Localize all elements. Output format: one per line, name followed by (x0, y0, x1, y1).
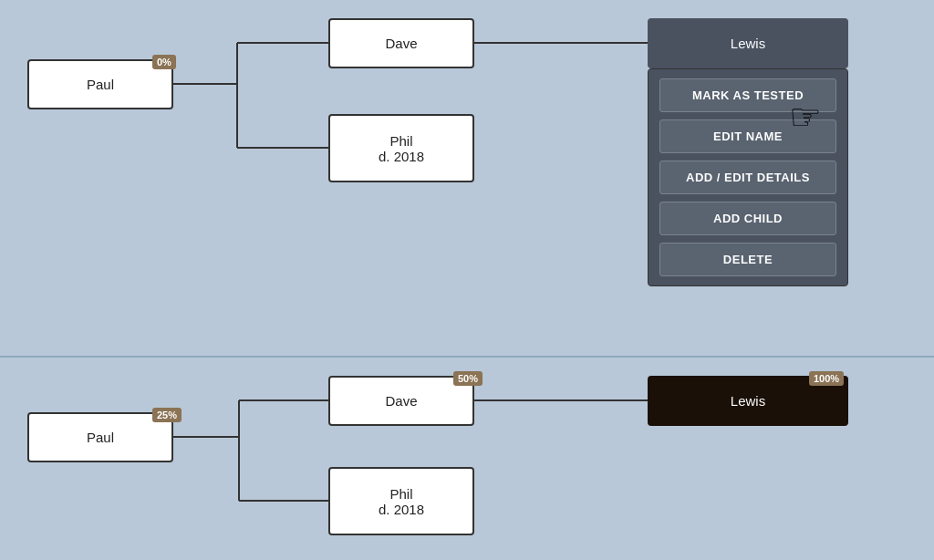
menu-mark-as-tested[interactable]: MARK AS TESTED (659, 78, 836, 112)
top-section: Paul Dave Phild. 2018 Lewis 0% MARK AS T… (0, 0, 934, 356)
badge-paul-top: 0% (152, 55, 176, 69)
menu-add-edit-details[interactable]: ADD / EDIT DETAILS (659, 161, 836, 194)
context-menu: MARK AS TESTED EDIT NAME ADD / EDIT DETA… (648, 68, 848, 286)
badge-lewis-bottom: 100% (809, 371, 844, 386)
menu-add-child[interactable]: ADD CHILD (659, 202, 836, 235)
node-paul-top[interactable]: Paul (27, 59, 173, 109)
node-phil-bottom[interactable]: Phild. 2018 (328, 467, 474, 535)
menu-edit-name[interactable]: EDIT NAME (659, 119, 836, 153)
bottom-section: Paul Dave Phild. 2018 Lewis 25% 50% 100% (0, 358, 934, 560)
node-phil-top[interactable]: Phild. 2018 (328, 114, 474, 182)
badge-paul-bottom: 25% (152, 408, 182, 422)
node-dave-top[interactable]: Dave (328, 18, 474, 68)
node-lewis-top[interactable]: Lewis (648, 18, 848, 68)
node-dave-bottom[interactable]: Dave (328, 376, 474, 426)
node-paul-bottom[interactable]: Paul (27, 412, 173, 462)
menu-delete[interactable]: DELETE (659, 243, 836, 276)
badge-dave-out-bottom: 50% (453, 371, 483, 386)
